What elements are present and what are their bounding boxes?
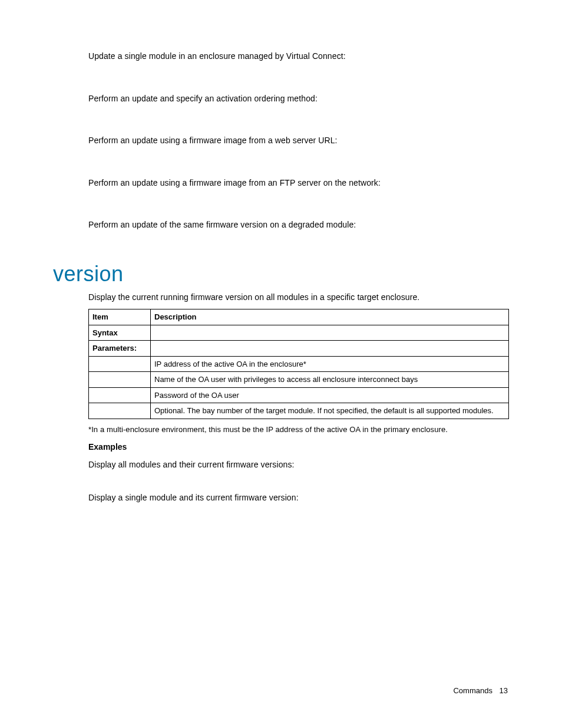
table-row: Password of the OA user	[89, 387, 509, 403]
table-cell-description: Optional. The bay number of the target m…	[151, 403, 509, 419]
examples-label: Examples	[88, 442, 509, 452]
table-cell-item	[89, 372, 151, 388]
section-intro: Display the current running firmware ver…	[88, 292, 509, 302]
footer-page-number: 13	[500, 686, 508, 695]
paragraph-web-server-url: Perform an update using a firmware image…	[88, 135, 509, 147]
table-row: IP address of the active OA in the enclo…	[89, 356, 509, 372]
page-footer: Commands 13	[453, 686, 508, 695]
parameters-table: Item Description Syntax Parameters: IP a…	[88, 309, 509, 419]
table-cell-item	[89, 356, 151, 372]
table-header-row: Item Description	[89, 309, 509, 325]
table-row: Syntax	[89, 325, 509, 341]
table-row: Name of the OA user with privileges to a…	[89, 372, 509, 388]
example-display-single: Display a single module and its current …	[88, 493, 509, 502]
document-page: Update a single module in an enclosure m…	[0, 0, 562, 526]
section-heading-version: version	[53, 262, 509, 286]
table-cell-description: Password of the OA user	[151, 387, 509, 403]
footer-section-name: Commands	[453, 686, 492, 695]
table-footnote: *In a multi-enclosure environment, this …	[88, 425, 509, 434]
table-row: Optional. The bay number of the target m…	[89, 403, 509, 419]
table-row: Parameters:	[89, 341, 509, 357]
table-cell-description	[151, 325, 509, 341]
table-cell-item: Syntax	[89, 325, 151, 341]
table-cell-description: IP address of the active OA in the enclo…	[151, 356, 509, 372]
table-cell-item	[89, 403, 151, 419]
section-body: Display the current running firmware ver…	[88, 292, 509, 502]
paragraph-degraded-module: Perform an update of the same firmware v…	[88, 219, 509, 231]
table-cell-item	[89, 387, 151, 403]
table-cell-item: Parameters:	[89, 341, 151, 357]
table-cell-description	[151, 341, 509, 357]
table-header-item: Item	[89, 309, 151, 325]
paragraph-ftp-server: Perform an update using a firmware image…	[88, 177, 509, 189]
paragraph-activation-ordering: Perform an update and specify an activat…	[88, 93, 509, 105]
table-header-description: Description	[151, 309, 509, 325]
paragraph-update-single-module: Update a single module in an enclosure m…	[88, 51, 509, 62]
example-display-all: Display all modules and their current fi…	[88, 460, 509, 469]
upper-paragraph-block: Update a single module in an enclosure m…	[88, 51, 509, 231]
table-cell-description: Name of the OA user with privileges to a…	[151, 372, 509, 388]
